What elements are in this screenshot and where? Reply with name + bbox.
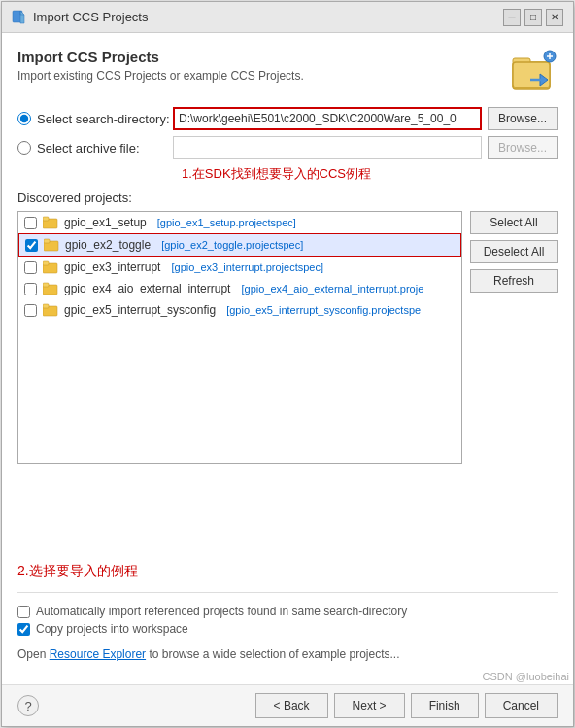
project-folder-icon-4	[43, 281, 58, 296]
project-name-gpio-ex4: gpio_ex4_aio_external_interrupt	[64, 282, 230, 295]
svg-rect-6	[513, 62, 550, 87]
archive-file-input[interactable]	[173, 136, 482, 159]
project-item-gpio-ex2-toggle[interactable]: gpio_ex2_toggle [gpio_ex2_toggle.project…	[18, 233, 461, 257]
project-item-gpio-ex4[interactable]: gpio_ex4_aio_external_interrupt [gpio_ex…	[18, 278, 461, 299]
project-folder-icon	[43, 215, 58, 230]
svg-rect-19	[43, 283, 49, 287]
refresh-button[interactable]: Refresh	[470, 269, 558, 293]
title-bar-controls: ─ □ ✕	[503, 9, 563, 26]
dialog-content: Import CCS Projects Import existing CCS …	[2, 33, 573, 669]
dialog-footer: ? < Back Next > Finish Cancel	[2, 684, 573, 726]
discovered-section: Discovered projects: gpio_ex1_setup [gpi…	[17, 191, 558, 580]
header-title: Import CCS Projects	[17, 49, 501, 65]
project-checkbox-gpio-ex1-setup[interactable]	[24, 217, 37, 229]
search-dir-browse-button[interactable]: Browse...	[488, 107, 558, 130]
title-bar: Import CCS Projects ─ □ ✕	[2, 2, 573, 33]
link-section: Open Resource Explorer to browse a wide …	[17, 647, 558, 661]
copy-into-workspace-checkbox[interactable]	[17, 623, 30, 636]
auto-import-row: Automatically import referenced projects…	[17, 605, 558, 618]
search-dir-radio-label[interactable]: Select search-directory:	[17, 112, 173, 126]
annotation2-text: 2.选择要导入的例程	[17, 563, 138, 578]
title-bar-left: Import CCS Projects	[12, 10, 148, 25]
footer-right: < Back Next > Finish Cancel	[255, 693, 558, 718]
form-section: Select search-directory: Browse... Selec…	[17, 107, 558, 183]
side-buttons: Select All Deselect All Refresh	[470, 211, 558, 555]
project-checkbox-gpio-ex3-interrupt[interactable]	[24, 261, 37, 274]
annotation1-area: 1.在SDK找到想要导入的CCS例程	[17, 165, 558, 183]
checkboxes-section: Automatically import referenced projects…	[17, 592, 558, 640]
header-left: Import CCS Projects Import existing CCS …	[17, 49, 501, 83]
project-spec-gpio-ex1-setup: [gpio_ex1_setup.projectspec]	[154, 217, 296, 228]
link-prefix: Open	[17, 647, 50, 661]
close-button[interactable]: ✕	[546, 9, 563, 26]
annotation2-area: 2.选择要导入的例程	[17, 563, 558, 580]
projects-area: gpio_ex1_setup [gpio_ex1_setup.projectsp…	[17, 211, 558, 555]
header-subtitle: Import existing CCS Projects or example …	[17, 69, 501, 83]
archive-file-browse-button[interactable]: Browse...	[488, 136, 558, 159]
search-dir-label: Select search-directory:	[37, 112, 170, 126]
search-dir-row: Select search-directory: Browse...	[17, 107, 558, 130]
maximize-button[interactable]: □	[524, 9, 542, 26]
copy-into-workspace-label: Copy projects into workspace	[36, 622, 188, 636]
import-icon	[12, 10, 27, 25]
footer-left: ?	[17, 695, 39, 716]
project-spec-gpio-ex3-interrupt: [gpio_ex3_interrupt.projectspec]	[168, 261, 323, 273]
project-name-gpio-ex5: gpio_ex5_interrupt_sysconfig	[64, 303, 216, 317]
project-folder-icon-5	[43, 302, 58, 318]
auto-import-checkbox[interactable]	[17, 606, 30, 618]
help-button[interactable]: ?	[17, 695, 39, 716]
archive-file-radio-label[interactable]: Select archive file:	[17, 141, 173, 156]
link-suffix: to browse a wide selection of example pr…	[146, 647, 399, 661]
svg-marker-1	[20, 11, 24, 23]
archive-file-label: Select archive file:	[37, 141, 140, 156]
annotation1-text: 1.在SDK找到想要导入的CCS例程	[182, 166, 371, 181]
archive-file-row: Select archive file: Browse...	[17, 136, 558, 159]
project-spec-gpio-ex2-toggle: [gpio_ex2_toggle.projectspec]	[158, 239, 303, 251]
project-name-gpio-ex2-toggle: gpio_ex2_toggle	[65, 238, 151, 252]
project-item-gpio-ex5[interactable]: gpio_ex5_interrupt_sysconfig [gpio_ex5_i…	[18, 299, 461, 321]
watermark: CSDN @luobeihai	[2, 669, 573, 684]
back-button[interactable]: < Back	[255, 693, 328, 718]
next-button[interactable]: Next >	[334, 693, 405, 718]
project-spec-gpio-ex5: [gpio_ex5_interrupt_sysconfig.projectspe	[223, 304, 421, 316]
search-dir-radio[interactable]	[17, 112, 31, 125]
folder-import-icon	[511, 49, 558, 95]
svg-rect-21	[43, 304, 49, 308]
minimize-button[interactable]: ─	[503, 9, 521, 26]
auto-import-label: Automatically import referenced projects…	[36, 605, 407, 618]
copy-into-workspace-row: Copy projects into workspace	[17, 622, 558, 636]
project-checkbox-gpio-ex5[interactable]	[24, 304, 37, 317]
search-dir-input[interactable]	[173, 107, 482, 130]
project-item-gpio-ex1-setup[interactable]: gpio_ex1_setup [gpio_ex1_setup.projectsp…	[18, 212, 461, 233]
cancel-button[interactable]: Cancel	[485, 693, 558, 718]
finish-button[interactable]: Finish	[411, 693, 479, 718]
project-spec-gpio-ex4: [gpio_ex4_aio_external_interrupt.proje	[238, 283, 423, 295]
select-all-button[interactable]: Select All	[470, 211, 558, 234]
project-name-gpio-ex1-setup: gpio_ex1_setup	[64, 216, 147, 229]
discovered-label: Discovered projects:	[17, 191, 558, 205]
archive-file-radio[interactable]	[17, 141, 31, 155]
svg-rect-13	[43, 217, 49, 221]
project-checkbox-gpio-ex4[interactable]	[24, 283, 37, 295]
projects-list[interactable]: gpio_ex1_setup [gpio_ex1_setup.projectsp…	[17, 211, 462, 464]
title-bar-title: Import CCS Projects	[33, 10, 148, 24]
import-dialog: Import CCS Projects ─ □ ✕ Import CCS Pro…	[1, 1, 574, 727]
deselect-all-button[interactable]: Deselect All	[470, 240, 558, 263]
project-item-gpio-ex3-interrupt[interactable]: gpio_ex3_interrupt [gpio_ex3_interrupt.p…	[18, 257, 461, 278]
resource-explorer-link[interactable]: Resource Explorer	[50, 647, 146, 661]
project-checkbox-gpio-ex2-toggle[interactable]	[25, 239, 38, 252]
project-folder-icon-3	[43, 260, 58, 275]
svg-rect-15	[44, 239, 50, 243]
project-folder-icon-2	[44, 237, 59, 253]
svg-rect-17	[43, 261, 49, 265]
header-section: Import CCS Projects Import existing CCS …	[17, 49, 558, 95]
project-name-gpio-ex3-interrupt: gpio_ex3_interrupt	[64, 260, 160, 274]
